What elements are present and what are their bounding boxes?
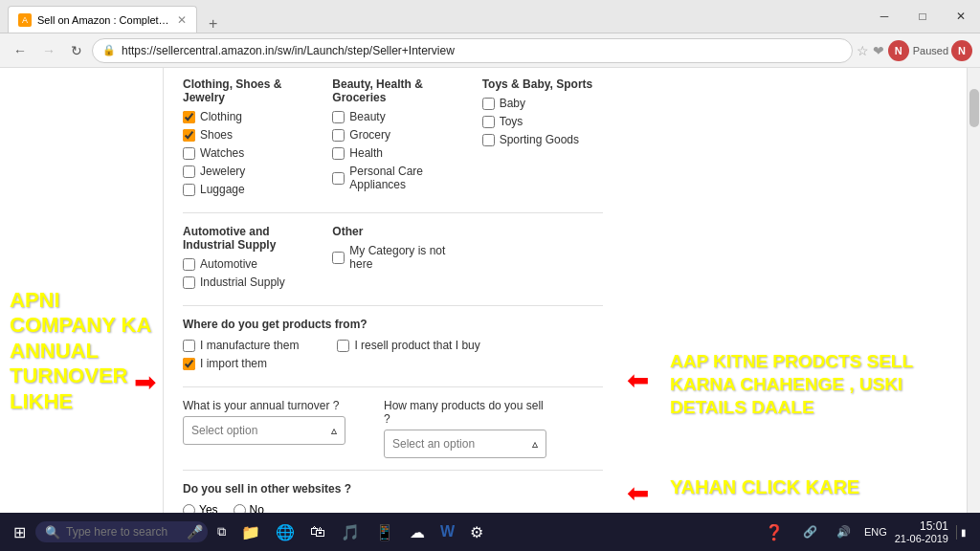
help-button[interactable]: ❓: [759, 521, 790, 543]
sporting-goods-checkbox[interactable]: Sporting Goods: [482, 133, 603, 146]
extension-button[interactable]: ❤: [873, 43, 884, 58]
tab-title: Sell on Amazon : Complete your...: [37, 14, 171, 26]
paused-button[interactable]: Paused N: [913, 40, 972, 61]
clothing-col-title: Clothing, Shoes & Jewelry: [183, 77, 303, 104]
health-checkbox[interactable]: Health: [332, 146, 453, 160]
toys-checkbox[interactable]: Toys: [482, 115, 603, 128]
network-button[interactable]: 🔗: [797, 523, 823, 540]
turnover-dropdown-icon: ▵: [331, 424, 337, 437]
profile-avatar[interactable]: N: [888, 40, 909, 61]
source-question: Where do you get products from?: [183, 318, 603, 331]
beauty-column: Beauty, Health & Groceries Beauty Grocer…: [332, 77, 453, 201]
forward-button[interactable]: →: [36, 41, 61, 60]
scroll-thumb[interactable]: [969, 89, 979, 127]
lock-icon: 🔒: [102, 44, 116, 56]
file-explorer-button[interactable]: 📁: [235, 521, 266, 543]
turnover-label: What is your annual turnover ?: [183, 399, 345, 412]
divider-2: [183, 305, 603, 306]
divider-3: [183, 386, 603, 387]
watches-checkbox[interactable]: Watches: [183, 146, 303, 160]
products-dropdown-icon: ▵: [532, 437, 538, 451]
other-column: Other My Category is not here: [332, 225, 453, 294]
edge-button[interactable]: 🌐: [270, 521, 301, 543]
grocery-checkbox[interactable]: Grocery: [332, 128, 453, 142]
new-tab-button[interactable]: +: [201, 15, 225, 33]
app3-button[interactable]: ☁: [404, 521, 431, 543]
search-icon: 🔍: [45, 525, 60, 540]
turnover-select[interactable]: Select option ▵: [183, 416, 345, 445]
next-arrow: ⬅: [627, 477, 649, 509]
turnover-select-text: Select option: [191, 424, 257, 437]
app2-button[interactable]: 📱: [369, 521, 400, 543]
settings-button[interactable]: ⚙: [464, 521, 489, 543]
refresh-button[interactable]: ↻: [65, 41, 88, 60]
dropdowns-row: What is your annual turnover ? Select op…: [183, 399, 603, 458]
divider-1: [183, 212, 603, 213]
turnover-group: What is your annual turnover ? Select op…: [183, 399, 345, 445]
automotive-column: Automotive and Industrial Supply Automot…: [183, 225, 303, 294]
tab-bar: A Sell on Amazon : Complete your... ✕ + …: [0, 0, 980, 33]
store-button[interactable]: 🛍: [304, 521, 331, 542]
word-button[interactable]: W: [434, 521, 460, 542]
baby-checkbox[interactable]: Baby: [482, 97, 603, 110]
date-display: 21-06-2019: [895, 533, 948, 544]
window-controls: ─ □ ✕: [865, 0, 980, 33]
automotive-section: Automotive and Industrial Supply Automot…: [183, 225, 603, 294]
clothing-column: Clothing, Shoes & Jewelry Clothing Shoes…: [183, 77, 303, 201]
close-button[interactable]: ✕: [942, 1, 980, 32]
volume-button[interactable]: 🔊: [831, 523, 857, 540]
nav-toolbar: ← → ↻ 🔒 https://sellercentral.amazon.in/…: [0, 33, 980, 68]
time-display: 15:01: [895, 519, 948, 533]
tab-close-button[interactable]: ✕: [177, 13, 187, 27]
shoes-checkbox[interactable]: Shoes: [183, 128, 303, 142]
my-category-checkbox[interactable]: My Category is not here: [332, 244, 453, 271]
categories-section: Clothing, Shoes & Jewelry Clothing Shoes…: [183, 77, 603, 201]
right-annotation-panel: ⬅ AAP KITNE PRODCTS SELL KARNA CHAHENGE …: [622, 68, 967, 551]
other-websites-section: Do you sell in other websites ? Yes No: [183, 482, 603, 517]
spacer-col: [482, 225, 603, 294]
products-select-text: Select an option: [392, 437, 475, 451]
minimize-button[interactable]: ─: [865, 1, 903, 32]
left-annotation-panel: APNI COMPANY KA ANNUAL TURNOVER LIKHE ➡: [0, 68, 163, 551]
address-bar[interactable]: 🔒 https://sellercentral.amazon.in/sw/in/…: [92, 38, 853, 63]
task-view-button[interactable]: ⧉: [212, 522, 232, 541]
manufacture-checkbox[interactable]: I manufacture them: [183, 339, 299, 352]
taskbar-search-bar[interactable]: 🔍 🎤: [35, 521, 208, 542]
industrial-checkbox[interactable]: Industrial Supply: [183, 276, 303, 289]
taskbar-search-input[interactable]: [66, 525, 181, 539]
divider-4: [183, 470, 603, 471]
taskbar: ⊞ 🔍 🎤 ⧉ 📁 🌐 🛍 🎵 📱 ☁ W ⚙ ❓ 🔗 🔊 ENG 15:01 …: [0, 513, 980, 551]
scrollbar[interactable]: [967, 68, 980, 551]
source-section: Where do you get products from? I manufa…: [183, 318, 603, 375]
tab-favicon: A: [18, 13, 32, 27]
next-annotation: YAHAN CLICK KARE: [670, 476, 859, 498]
luggage-checkbox[interactable]: Luggage: [183, 183, 303, 196]
clothing-checkbox[interactable]: Clothing: [183, 110, 303, 123]
other-websites-question: Do you sell in other websites ?: [183, 482, 603, 496]
url-text: https://sellercentral.amazon.in/sw/in/La…: [122, 44, 842, 57]
products-select[interactable]: Select an option ▵: [384, 430, 546, 458]
jewelery-checkbox[interactable]: Jewelery: [183, 165, 303, 178]
show-desktop-button[interactable]: ▮: [956, 525, 972, 540]
automotive-title: Automotive and Industrial Supply: [183, 225, 303, 252]
beauty-checkbox[interactable]: Beauty: [332, 110, 453, 123]
maximize-button[interactable]: □: [903, 1, 942, 32]
start-button[interactable]: ⊞: [8, 521, 32, 543]
resell-checkbox[interactable]: I resell product that I buy: [337, 339, 479, 352]
paused-profile-icon: N: [951, 40, 972, 61]
personal-care-checkbox[interactable]: Personal Care Appliances: [332, 165, 453, 191]
products-annotation: AAP KITNE PRODCTS SELL KARNA CHAHENGE , …: [670, 350, 957, 418]
active-tab[interactable]: A Sell on Amazon : Complete your... ✕: [8, 6, 197, 33]
app1-button[interactable]: 🎵: [335, 521, 366, 543]
other-title: Other: [332, 225, 453, 238]
toys-column: Toys & Baby, Sports Baby Toys Sporting G…: [482, 77, 603, 201]
beauty-col-title: Beauty, Health & Groceries: [332, 77, 453, 104]
automotive-checkbox[interactable]: Automotive: [183, 257, 303, 271]
products-group: How many products do you sell ? Select a…: [384, 399, 546, 458]
import-checkbox[interactable]: I import them: [183, 357, 299, 370]
browser-window: A Sell on Amazon : Complete your... ✕ + …: [0, 0, 980, 68]
source-right: I resell product that I buy: [337, 339, 479, 375]
products-arrow: ⬅: [627, 364, 649, 396]
back-button[interactable]: ←: [8, 41, 33, 60]
bookmark-button[interactable]: ☆: [857, 43, 869, 58]
